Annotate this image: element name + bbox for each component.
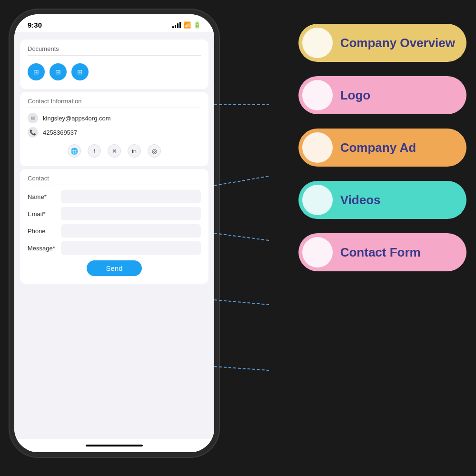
doc-icon-1[interactable]: ⊞	[28, 63, 45, 80]
svg-line-3	[214, 300, 269, 305]
instagram-icon[interactable]: ◎	[148, 144, 161, 158]
contact-form-section: Contact Name* Email* Phone Message*	[20, 169, 208, 284]
message-field-row: Message*	[28, 241, 201, 255]
card-videos[interactable]: Videos	[298, 181, 466, 219]
send-button[interactable]: Send	[87, 260, 141, 276]
card-circle-contact-form	[302, 237, 333, 268]
home-bar	[86, 445, 143, 446]
card-label-company-ad: Company Ad	[340, 140, 416, 155]
globe-icon[interactable]: 🌐	[68, 144, 81, 158]
phone-value: 4258369537	[43, 129, 77, 136]
card-label-logo: Logo	[340, 88, 371, 103]
phone-icon: 📞	[28, 127, 38, 138]
message-input[interactable]	[61, 241, 201, 255]
card-label-contact-form: Contact Form	[340, 245, 421, 260]
card-contact-form[interactable]: Contact Form	[298, 233, 466, 271]
linkedin-icon[interactable]: in	[128, 144, 141, 158]
phone-mockup: 9:30 📶 🔋 Documents ⊞ ⊞ ⊞	[14, 14, 214, 452]
status-bar: 9:30 📶 🔋	[14, 14, 214, 32]
email-value: kingsley@apps4org.com	[43, 115, 111, 122]
contact-info-section: Contact Information ✉ kingsley@apps4org.…	[20, 92, 208, 166]
email-row: ✉ kingsley@apps4org.com	[28, 113, 201, 123]
status-time: 9:30	[28, 21, 42, 29]
email-input[interactable]	[61, 207, 201, 220]
card-label-videos: Videos	[340, 193, 381, 208]
card-company-overview[interactable]: Company Overview	[298, 24, 466, 62]
home-indicator	[14, 439, 214, 452]
annotation-cards: Company Overview Logo Company Ad Videos …	[298, 24, 466, 271]
card-company-ad[interactable]: Company Ad	[298, 129, 466, 167]
svg-line-2	[214, 233, 269, 240]
phone-field-row: Phone	[28, 224, 201, 238]
contact-info-label: Contact Information	[28, 98, 201, 108]
name-field-row: Name*	[28, 190, 201, 203]
email-label: Email*	[28, 210, 56, 218]
email-icon: ✉	[28, 113, 38, 123]
card-logo[interactable]: Logo	[298, 76, 466, 114]
name-label: Name*	[28, 193, 56, 200]
svg-line-4	[214, 367, 269, 370]
doc-icon-2[interactable]: ⊞	[50, 63, 67, 80]
facebook-icon[interactable]: f	[88, 144, 101, 158]
message-label: Message*	[28, 245, 56, 252]
phone-label: Phone	[28, 228, 56, 235]
phone-input[interactable]	[61, 224, 201, 238]
doc-icon-3[interactable]: ⊞	[71, 63, 89, 80]
email-field-row: Email*	[28, 207, 201, 220]
card-circle-logo	[302, 80, 333, 110]
wifi-icon: 📶	[183, 21, 191, 29]
card-label-company-overview: Company Overview	[340, 36, 455, 50]
phone-content: Documents ⊞ ⊞ ⊞ Contact Information ✉ ki…	[14, 32, 214, 439]
documents-label: Documents	[28, 45, 201, 56]
signal-icon	[172, 22, 181, 28]
phone-row: 📞 4258369537	[28, 127, 201, 138]
svg-line-1	[214, 176, 269, 186]
card-circle-videos	[302, 185, 333, 215]
social-icons-row: 🌐 f ✕ in ◎	[28, 141, 201, 160]
battery-icon: 🔋	[193, 21, 201, 29]
twitter-x-icon[interactable]: ✕	[108, 144, 121, 158]
card-circle-company-overview	[302, 28, 333, 58]
contact-form-label: Contact	[28, 175, 201, 185]
documents-section: Documents ⊞ ⊞ ⊞	[20, 40, 208, 89]
documents-icons: ⊞ ⊞ ⊞	[28, 60, 201, 83]
status-icons: 📶 🔋	[172, 21, 201, 29]
card-circle-company-ad	[302, 132, 333, 163]
name-input[interactable]	[61, 190, 201, 203]
